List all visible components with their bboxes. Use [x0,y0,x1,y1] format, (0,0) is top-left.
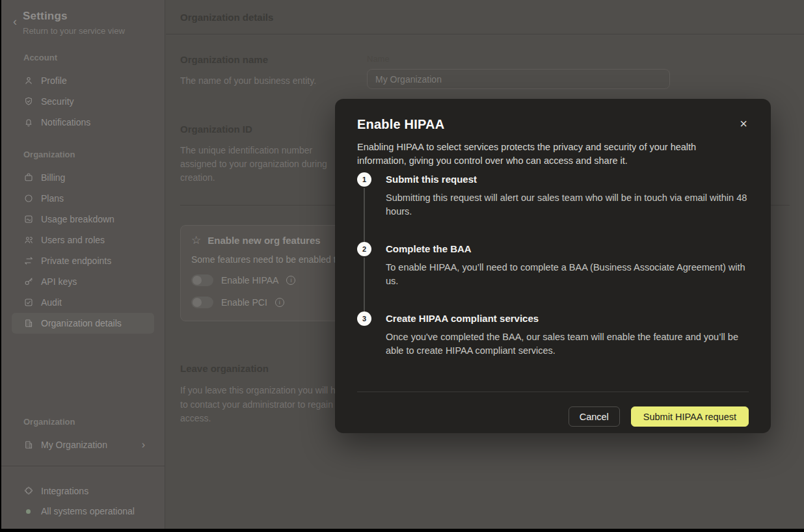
organization-nav: Billing Plans Usage breakdown Users and … [1,167,165,334]
settings-sidebar: ‹ Settings Return to your service view A… [1,0,165,529]
usage-chart-icon [23,214,34,224]
status-dot-icon [26,509,31,514]
sidebar-item-label: Audit [41,297,62,308]
step-1-body: Submitting this request will alert our s… [386,191,749,219]
leave-desc: If you leave this organization you will … [180,384,357,426]
name-field-label: Name [367,54,790,64]
sidebar-divider [1,466,165,466]
modal-footer-divider [357,392,749,392]
sidebar-item-label: Notifications [41,117,90,127]
sidebar-item-organization-details[interactable]: Organization details [12,313,154,334]
hipaa-toggle-label: Enable HIPAA [221,275,278,286]
step-3-badge: 3 [357,312,371,326]
org-switcher-label: My Organization [41,440,107,450]
info-icon[interactable]: i [275,298,284,307]
sidebar-item-label: Usage breakdown [41,214,114,224]
sidebar-header-text: Settings Return to your service view [23,10,125,36]
org-name-heading: Organization name [180,54,367,65]
building-icon [23,440,34,450]
enable-hipaa-toggle[interactable] [191,274,213,286]
sidebar-item-api-keys[interactable]: API keys [1,271,165,292]
sidebar-item-label: API keys [41,276,77,287]
cancel-button[interactable]: Cancel [569,406,620,427]
sidebar-item-label: Plans [41,193,64,204]
org-name-input[interactable] [367,69,670,89]
section-label-organization: Organization [23,150,165,159]
toggle-knob [193,298,202,307]
pci-toggle-label: Enable PCI [221,297,267,308]
org-name-info: Organization name The name of your busin… [180,54,367,89]
app-window: ‹ Settings Return to your service view A… [1,0,804,529]
hipaa-steps: 1 Submit this request Submitting this re… [357,172,749,358]
billing-icon [23,172,34,183]
org-name-desc: The name of your business entity. [180,74,343,88]
org-switcher[interactable]: My Organization › [1,434,165,455]
toggle-knob [193,276,202,285]
step-3: 3 Create HIPAA compliant services Once y… [357,312,749,358]
back-chevron-icon[interactable]: ‹ [13,16,17,27]
sidebar-item-billing[interactable]: Billing [1,167,165,188]
sidebar-item-profile[interactable]: Profile [1,70,165,91]
settings-title: Settings [23,10,125,23]
info-icon[interactable]: i [286,276,295,285]
step-1: 1 Submit this request Submitting this re… [357,172,749,219]
sidebar-item-label: Users and roles [41,235,105,245]
close-icon[interactable]: × [738,117,749,130]
main-header: Organization details [166,0,804,34]
page-title: Organization details [180,12,273,23]
modal-description: Enabling HIPAA to select services protec… [357,140,734,168]
shield-check-icon [23,96,34,107]
sidebar-item-users-and-roles[interactable]: Users and roles [1,230,165,250]
sidebar-item-private-endpoints[interactable]: Private endpoints [1,250,165,271]
sidebar-item-audit[interactable]: Audit [1,292,165,313]
submit-hipaa-request-button[interactable]: Submit HIPAA request [631,406,749,427]
sidebar-header: ‹ Settings Return to your service view [1,0,165,36]
profile-icon [23,75,34,86]
modal-footer: Cancel Submit HIPAA request [357,406,749,427]
star-icon: ☆ [191,235,201,246]
sidebar-item-notifications[interactable]: Notifications [1,112,165,133]
bell-icon [23,117,34,127]
status-label: All systems operational [41,506,135,516]
org-name-row: Organization name The name of your busin… [180,54,790,89]
step-2-body: To enable HIPAA, you’ll need to complete… [386,261,749,288]
sidebar-item-label: Security [41,96,74,107]
key-icon [23,276,34,287]
puzzle-icon [23,486,34,496]
step-2-title: Complete the BAA [386,242,749,254]
circle-icon [23,193,34,204]
sidebar-item-plans[interactable]: Plans [1,188,165,209]
sidebar-item-label: Private endpoints [41,256,111,266]
org-id-desc: The unique identification number assigne… [180,144,343,185]
step-1-badge: 1 [357,172,371,187]
sidebar-item-security[interactable]: Security [1,91,165,112]
chevron-right-icon: › [142,439,145,451]
audit-check-icon [23,297,34,308]
return-link[interactable]: Return to your service view [23,26,125,36]
sidebar-item-usage-breakdown[interactable]: Usage breakdown [1,209,165,230]
users-icon [23,235,34,245]
account-nav: Profile Security Notifications [1,70,165,133]
step-2: 2 Complete the BAA To enable HIPAA, you’… [357,242,749,288]
modal-title: Enable HIPAA [357,117,444,132]
sidebar-bottom: Organization My Organization › Integrati… [1,417,165,529]
enable-hipaa-modal: Enable HIPAA × Enabling HIPAA to select … [335,99,771,433]
system-status-link[interactable]: All systems operational [1,501,165,521]
section-label-organization-switcher: Organization [23,417,165,427]
sidebar-item-label: Profile [41,75,67,86]
sidebar-item-label: Billing [41,172,65,183]
org-name-form: Name [367,54,790,89]
step-1-title: Submit this request [386,172,749,185]
sidebar-item-label: Organization details [41,318,122,328]
step-3-title: Create HIPAA compliant services [386,312,749,324]
section-label-account: Account [23,53,165,62]
step-2-badge: 2 [357,242,371,256]
integrations-link[interactable]: Integrations [1,481,165,501]
features-card-title: Enable new org features [208,235,320,246]
building-icon [23,318,34,328]
step-3-body: Once you've completed the BAA, our sales… [386,330,749,358]
integrations-label: Integrations [41,486,88,496]
arrows-swap-icon [23,256,34,266]
enable-pci-toggle[interactable] [191,297,213,308]
